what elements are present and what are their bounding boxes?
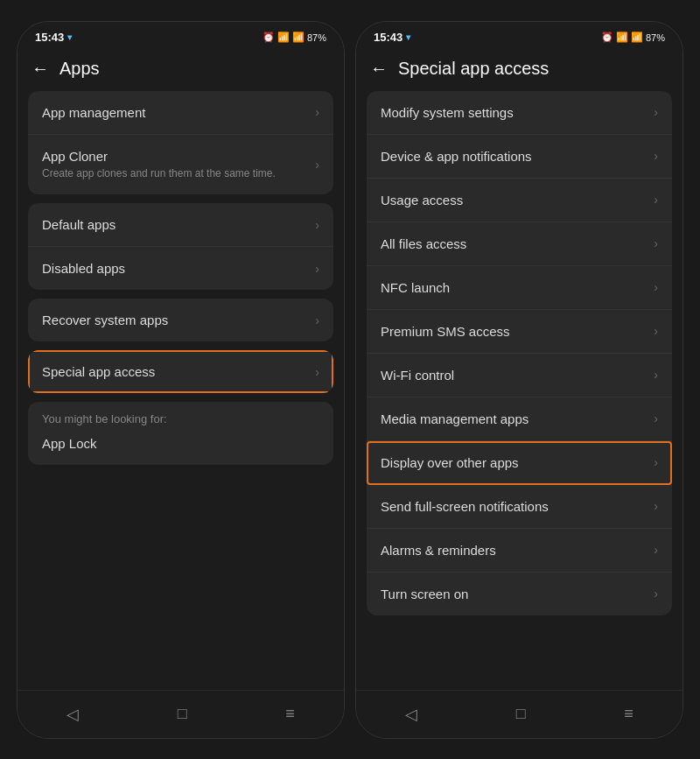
back-button-1[interactable]: ← — [32, 59, 49, 79]
card-group-2: Default apps › Disabled apps › — [28, 203, 333, 290]
chevron-usage-access: › — [654, 193, 658, 207]
app-cloner-sub: Create app clones and run them at the sa… — [42, 166, 308, 181]
back-button-2[interactable]: ← — [370, 59, 388, 79]
chevron-disabled-apps: › — [315, 262, 319, 276]
default-apps-label: Default apps — [42, 217, 308, 232]
page-header-2: ← Special app access — [356, 50, 682, 91]
disabled-apps-label: Disabled apps — [42, 261, 308, 276]
menu-item-disabled-apps[interactable]: Disabled apps › — [28, 247, 333, 290]
menu-item-turn-screen-on[interactable]: Turn screen on › — [367, 573, 672, 615]
display-over-apps-label: Display over other apps — [381, 455, 647, 470]
nav-bar-1: ◁ □ ≡ — [18, 690, 344, 738]
wifi-icon-1: 📶 — [277, 32, 290, 43]
status-icons-2: ⏰ 📶 📶 87% — [601, 32, 665, 43]
time-arrow-2: ▾ — [406, 32, 410, 42]
content-1: App management › App Cloner Create app c… — [18, 91, 344, 690]
menu-item-wifi-control[interactable]: Wi-Fi control › — [367, 354, 672, 397]
page-title-1: Apps — [60, 59, 100, 79]
menu-item-nfc-launch[interactable]: NFC launch › — [367, 266, 672, 310]
alarm-icon-1: ⏰ — [262, 32, 275, 43]
status-icons-1: ⏰ 📶 📶 87% — [262, 32, 326, 43]
premium-sms-label: Premium SMS access — [381, 324, 647, 339]
turn-screen-on-label: Turn screen on — [381, 587, 647, 601]
app-management-label: App management — [42, 105, 308, 120]
menu-item-app-management[interactable]: App management › — [28, 91, 333, 135]
wifi-control-label: Wi-Fi control — [381, 368, 647, 383]
chevron-turn-screen-on: › — [654, 587, 658, 601]
chevron-wifi-control: › — [654, 368, 658, 382]
menu-item-device-app-notif[interactable]: Device & app notifications › — [367, 135, 672, 179]
chevron-special-app-access: › — [315, 365, 319, 379]
chevron-alarms-reminders: › — [654, 543, 658, 557]
menu-item-app-cloner[interactable]: App Cloner Create app clones and run the… — [28, 135, 333, 195]
chevron-default-apps: › — [315, 218, 319, 232]
menu-item-media-management[interactable]: Media management apps › — [367, 397, 672, 441]
recover-system-apps-label: Recover system apps — [42, 313, 308, 327]
signal-icon-2: 📶 — [631, 32, 643, 43]
chevron-display-over-apps: › — [654, 455, 658, 469]
menu-item-alarms-reminders[interactable]: Alarms & reminders › — [367, 529, 672, 573]
chevron-recover-system-apps: › — [315, 313, 319, 327]
menu-item-usage-access[interactable]: Usage access › — [367, 179, 672, 222]
menu-item-premium-sms[interactable]: Premium SMS access › — [367, 310, 672, 354]
phone-1: 15:43 ▾ ⏰ 📶 📶 87% ← Apps App management — [17, 21, 345, 739]
looking-for-item-applock[interactable]: App Lock — [42, 432, 319, 454]
chevron-fullscreen-notif: › — [654, 499, 658, 513]
menu-item-modify-system[interactable]: Modify system settings › — [367, 91, 672, 135]
menu-item-special-app-access[interactable]: Special app access › — [28, 350, 333, 393]
status-bar-2: 15:43 ▾ ⏰ 📶 📶 87% — [356, 22, 682, 50]
time-label-1: 15:43 — [35, 31, 64, 44]
card-group-1: App management › App Cloner Create app c… — [28, 91, 333, 195]
nav-back-button-2[interactable]: ◁ — [384, 701, 438, 727]
menu-item-all-files-access[interactable]: All files access › — [367, 222, 672, 266]
chevron-modify-system: › — [654, 105, 658, 119]
modify-system-label: Modify system settings — [381, 105, 647, 120]
fullscreen-notif-label: Send full-screen notifications — [381, 499, 647, 514]
nav-menu-button-2[interactable]: ≡ — [603, 701, 654, 727]
status-bar-1: 15:43 ▾ ⏰ 📶 📶 87% — [18, 22, 344, 50]
nav-bar-2: ◁ □ ≡ — [356, 690, 682, 738]
content-2: Modify system settings › Device & app no… — [356, 91, 682, 690]
status-time-1: 15:43 ▾ — [35, 31, 72, 44]
menu-item-recover-system-apps[interactable]: Recover system apps › — [28, 299, 333, 341]
chevron-premium-sms: › — [654, 324, 658, 338]
time-arrow-1: ▾ — [67, 32, 72, 42]
device-app-notif-label: Device & app notifications — [381, 149, 647, 164]
chevron-all-files-access: › — [654, 236, 658, 250]
wifi-icon-2: 📶 — [616, 32, 628, 43]
card-group-3: Recover system apps › — [28, 299, 333, 341]
nav-home-button-1[interactable]: □ — [157, 701, 208, 727]
card-group-special-access: Modify system settings › Device & app no… — [367, 91, 672, 615]
nav-back-button-1[interactable]: ◁ — [46, 701, 100, 727]
app-cloner-label: App Cloner — [42, 149, 308, 164]
signal-icon-1: 📶 — [292, 32, 304, 43]
menu-item-display-over-apps[interactable]: Display over other apps › — [367, 441, 672, 485]
card-group-4: Special app access › — [28, 350, 333, 393]
alarms-reminders-label: Alarms & reminders — [381, 543, 647, 558]
special-app-access-label: Special app access — [42, 364, 308, 379]
nfc-launch-label: NFC launch — [381, 280, 647, 295]
all-files-access-label: All files access — [381, 236, 647, 251]
status-time-2: 15:43 ▾ — [374, 31, 410, 44]
chevron-app-cloner: › — [315, 158, 319, 172]
chevron-app-management: › — [315, 105, 319, 119]
battery-label-2: 87% — [646, 32, 665, 43]
page-header-1: ← Apps — [18, 50, 344, 91]
nav-menu-button-1[interactable]: ≡ — [264, 701, 316, 727]
alarm-icon-2: ⏰ — [601, 32, 613, 43]
chevron-nfc-launch: › — [654, 280, 658, 294]
looking-for-card: You might be looking for: App Lock — [28, 402, 333, 465]
chevron-media-management: › — [654, 411, 658, 425]
menu-item-default-apps[interactable]: Default apps › — [28, 203, 333, 247]
looking-for-title: You might be looking for: — [42, 412, 319, 425]
media-management-label: Media management apps — [381, 411, 647, 426]
battery-label-1: 87% — [307, 32, 326, 43]
nav-home-button-2[interactable]: □ — [495, 701, 547, 727]
chevron-device-app-notif: › — [654, 149, 658, 163]
time-label-2: 15:43 — [374, 31, 402, 44]
page-title-2: Special app access — [398, 59, 549, 79]
menu-item-fullscreen-notif[interactable]: Send full-screen notifications › — [367, 485, 672, 529]
usage-access-label: Usage access — [381, 193, 647, 207]
phone-2: 15:43 ▾ ⏰ 📶 📶 87% ← Special app access M… — [355, 21, 683, 739]
